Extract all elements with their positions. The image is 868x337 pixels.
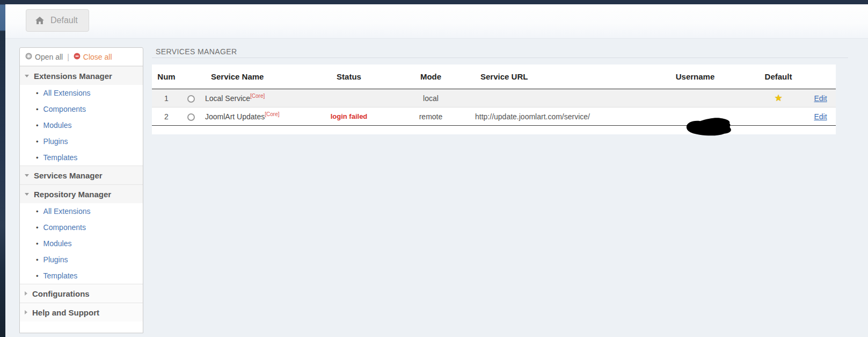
sidebar-item-templates[interactable]: Templates <box>20 149 143 166</box>
extensions-manager-items: All Extensions Components Modules Plugin… <box>20 85 143 166</box>
col-header-status: Status <box>311 72 386 81</box>
repository-manager-items: All Extensions Components Modules Plugin… <box>20 203 143 284</box>
caret-down-icon <box>25 174 29 177</box>
close-all-label: Close all <box>83 53 112 61</box>
sidebar-item-plugins[interactable]: Plugins <box>20 133 143 149</box>
sidebar-item-modules[interactable]: Modules <box>20 117 143 133</box>
row-number: 1 <box>152 94 181 103</box>
edit-link[interactable]: Edit <box>814 112 827 121</box>
sidebar-section-extensions-manager[interactable]: Extensions Manager <box>20 66 143 85</box>
item-label: Templates <box>43 271 78 280</box>
edit-link[interactable]: Edit <box>814 94 827 103</box>
home-icon <box>35 16 45 25</box>
section-label: Repository Manager <box>34 190 111 199</box>
service-name: JoomlArt Updates <box>205 112 265 121</box>
top-toolbar: Default <box>5 4 868 39</box>
caret-right-icon <box>25 310 27 314</box>
item-label: Modules <box>43 121 72 130</box>
item-label: Components <box>43 223 86 232</box>
item-label: Modules <box>43 239 72 248</box>
sidebar-item-components[interactable]: Components <box>20 219 143 235</box>
service-name-cell: JoomlArt Updates[Core] <box>201 112 311 121</box>
core-badge: [Core] <box>265 111 279 117</box>
services-table-panel: Num Service Name Status Mode Service URL… <box>152 64 836 134</box>
service-name-cell: Local Service[Core] <box>201 94 311 103</box>
section-label: Extensions Manager <box>34 71 112 81</box>
section-label: Configurations <box>32 289 90 298</box>
toolbar-divider: | <box>67 53 69 61</box>
service-url-cell: http://update.joomlart.com/service/ <box>475 112 639 121</box>
page-title: SERVICES MANAGER <box>156 47 237 56</box>
close-all-button[interactable]: Close all <box>74 53 112 61</box>
sidebar-item-all-extensions[interactable]: All Extensions <box>20 85 143 101</box>
col-header-mode: Mode <box>386 72 475 81</box>
row-number: 2 <box>152 112 181 121</box>
mode-cell: local <box>386 94 475 103</box>
plus-circle-icon <box>25 53 32 61</box>
left-edge-stripe <box>0 0 5 337</box>
service-name: Local Service <box>205 94 250 103</box>
status-cell: login failed <box>311 112 386 120</box>
section-label: Help and Support <box>32 308 99 317</box>
item-label: Plugins <box>43 255 68 264</box>
col-header-service-name: Service Name <box>201 72 311 81</box>
caret-right-icon <box>25 291 27 296</box>
default-star-icon[interactable]: ★ <box>774 93 782 103</box>
sidebar-section-configurations[interactable]: Configurations <box>20 284 143 303</box>
sidebar-item-modules[interactable]: Modules <box>20 235 143 252</box>
redaction-blob <box>682 116 732 137</box>
item-label: All Extensions <box>43 89 91 97</box>
open-all-label: Open all <box>35 53 63 61</box>
open-all-button[interactable]: Open all <box>25 53 63 61</box>
col-header-num: Num <box>152 72 181 81</box>
table-row-joomlart-updates: 2 JoomlArt Updates[Core] login failed re… <box>152 107 836 126</box>
sidebar-section-repository-manager[interactable]: Repository Manager <box>20 184 143 203</box>
sidebar-item-all-extensions[interactable]: All Extensions <box>20 203 143 219</box>
sidebar-item-plugins[interactable]: Plugins <box>20 252 143 268</box>
default-template-button[interactable]: Default <box>26 9 89 32</box>
table-row-local-service: 1 Local Service[Core] local ★ Edit <box>152 89 836 107</box>
sidebar-section-help-and-support[interactable]: Help and Support <box>20 303 143 321</box>
row-select-radio[interactable] <box>187 95 195 103</box>
col-header-default: Default <box>752 72 805 81</box>
minus-circle-icon <box>74 53 81 61</box>
top-navy-bar <box>0 0 868 4</box>
item-label: Templates <box>43 153 78 162</box>
mode-cell: remote <box>386 112 475 121</box>
core-badge: [Core] <box>250 93 265 99</box>
item-label: All Extensions <box>43 207 91 216</box>
sidebar-item-templates[interactable]: Templates <box>20 268 143 284</box>
sidebar-accordion: Open all | Close all Extensions Manager … <box>19 47 143 333</box>
caret-down-icon <box>25 75 29 77</box>
table-header-row: Num Service Name Status Mode Service URL… <box>152 64 836 89</box>
item-label: Components <box>43 105 86 113</box>
sidebar-toolbar: Open all | Close all <box>20 48 143 66</box>
col-header-service-url: Service URL <box>475 72 639 81</box>
col-header-username: Username <box>639 72 752 81</box>
item-label: Plugins <box>43 137 68 146</box>
title-divider <box>152 58 848 58</box>
caret-down-icon <box>25 193 29 196</box>
default-button-label: Default <box>50 16 78 25</box>
section-label: Services Manager <box>34 171 103 180</box>
sidebar-item-components[interactable]: Components <box>20 101 143 117</box>
row-select-radio[interactable] <box>187 113 195 121</box>
sidebar-section-services-manager[interactable]: Services Manager <box>20 166 143 184</box>
